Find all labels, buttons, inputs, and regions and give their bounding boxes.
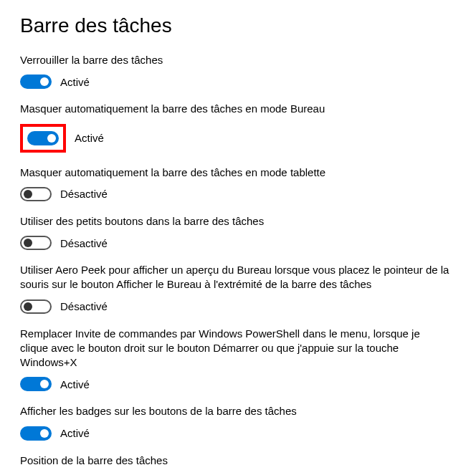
setting-label: Verrouiller la barre des tâches [20,53,450,67]
toggle-row: Activé [20,426,456,441]
setting-taskbar-position: Position de la barre des tâches En haut [20,454,456,476]
setting-autohide-desktop: Masquer automatiquement la barre des tâc… [20,102,456,152]
setting-aero-peek: Utiliser Aero Peek pour afficher un aper… [20,263,456,314]
toggle-lock-taskbar[interactable] [20,75,52,89]
toggle-small-buttons[interactable] [20,236,52,250]
setting-label: Remplacer Invite de commandes par Window… [20,327,450,370]
toggle-row: Désactivé [20,187,456,201]
toggle-status: Désactivé [60,188,108,200]
toggle-status: Activé [60,427,90,439]
setting-small-buttons: Utiliser des petits boutons dans la barr… [20,214,456,250]
toggle-row: Activé [20,124,456,153]
toggle-aero-peek[interactable] [20,299,52,314]
toggle-autohide-tablet[interactable] [20,187,52,201]
setting-lock-taskbar: Verrouiller la barre des tâches Activé [20,53,456,89]
toggle-autohide-desktop[interactable] [27,131,59,145]
toggle-status: Désactivé [60,300,108,312]
toggle-status: Désactivé [60,237,108,249]
toggle-badges[interactable] [20,426,52,441]
toggle-row: Désactivé [20,299,456,314]
setting-label: Position de la barre des tâches [20,454,450,468]
setting-badges: Afficher les badges sur les boutons de l… [20,404,456,440]
toggle-powershell[interactable] [20,377,52,391]
setting-label: Utiliser Aero Peek pour afficher un aper… [20,263,450,292]
toggle-row: Désactivé [20,236,456,250]
toggle-row: Activé [20,377,456,391]
setting-powershell: Remplacer Invite de commandes par Window… [20,327,456,392]
setting-label: Masquer automatiquement la barre des tâc… [20,102,450,116]
toggle-status: Activé [75,132,104,144]
setting-autohide-tablet: Masquer automatiquement la barre des tâc… [20,165,456,201]
setting-label: Utiliser des petits boutons dans la barr… [20,214,450,229]
setting-label: Masquer automatiquement la barre des tâc… [20,165,450,180]
highlight-annotation [20,124,66,153]
page-title: Barre des tâches [20,14,456,37]
toggle-status: Activé [60,76,90,88]
toggle-status: Activé [60,378,90,390]
toggle-row: Activé [20,75,456,89]
setting-label: Afficher les badges sur les boutons de l… [20,404,450,418]
